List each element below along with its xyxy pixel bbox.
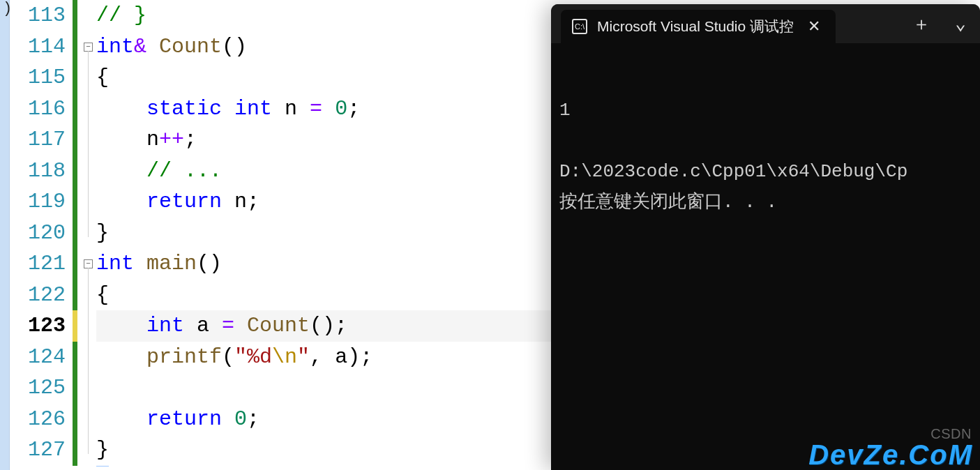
fold-gutter[interactable]: −− (82, 0, 96, 470)
token-pad (96, 345, 146, 369)
output-line: D:\2023code.c\Cpp01\x64\Debug\Cp (559, 161, 907, 182)
token-punc: ; (247, 190, 259, 213)
token-pad (96, 407, 146, 431)
code-line[interactable]: { (96, 280, 551, 311)
token-op: & (134, 35, 159, 59)
token-func: Count (247, 314, 310, 338)
token-comment: // } (96, 3, 146, 27)
line-number: 127 (10, 434, 66, 466)
token-punc: ; (247, 407, 259, 431)
token-pad (96, 190, 146, 213)
token-pad (96, 128, 146, 151)
terminal-output[interactable]: 1 D:\2023code.c\Cpp01\x64\Debug\Cp 按任意键关… (551, 43, 980, 470)
code-line[interactable]: int& Count() (96, 31, 551, 63)
token-pad (222, 190, 234, 213)
line-number: 120 (10, 218, 66, 249)
token-pad (322, 97, 335, 121)
token-pad (234, 314, 247, 338)
code-line[interactable]: // } (96, 0, 551, 31)
change-marker-unsaved (73, 310, 77, 342)
token-kw: int (96, 252, 134, 275)
token-pad (96, 314, 146, 338)
token-ident: n (285, 97, 310, 121)
line-number: 116 (10, 93, 66, 125)
token-ident: n (146, 128, 159, 151)
code-text-area[interactable]: // }int& Count(){ static int n = 0; n++;… (96, 0, 551, 470)
token-pad (96, 97, 146, 121)
line-number: 126 (10, 404, 66, 435)
fold-guide-line (88, 268, 89, 454)
token-punc: ); (347, 345, 372, 369)
token-punc: { (96, 283, 109, 307)
token-punc: (); (310, 314, 347, 338)
token-ident: a (197, 314, 222, 338)
line-number: 123 (10, 310, 66, 342)
line-number-gutter: 1131141151161171181191201211221231241251… (10, 0, 73, 470)
code-line[interactable]: static int n = 0; (96, 93, 551, 125)
line-number: 117 (10, 124, 66, 156)
token-num: 0 (234, 407, 247, 431)
token-kw: int (96, 35, 134, 59)
token-ident: a (335, 345, 347, 369)
token-pad (222, 407, 234, 431)
terminal-tab-bar: C:\ Microsoft Visual Studio 调试控 ✕ ＋ ⌄ (551, 4, 980, 43)
token-kw: static (146, 97, 222, 121)
terminal-tab[interactable]: C:\ Microsoft Visual Studio 调试控 ✕ (561, 10, 836, 43)
code-editor[interactable]: 1131141151161171181191201211221231241251… (10, 0, 551, 470)
token-str: "%d (234, 345, 272, 369)
token-num: 0 (335, 97, 347, 121)
line-number: 121 (10, 248, 66, 280)
line-number: 115 (10, 62, 66, 93)
tab-dropdown-button[interactable]: ⌄ (941, 4, 980, 43)
token-func: printf (146, 345, 222, 369)
token-punc-u: } (96, 434, 109, 467)
token-kw: int (234, 97, 272, 121)
token-esc: \n (272, 345, 297, 369)
token-func: main (146, 252, 197, 275)
token-punc: } (96, 221, 109, 245)
code-line[interactable]: return n; (96, 186, 551, 218)
output-line: 按任意键关闭此窗口. . . (559, 192, 777, 213)
token-ident: n (234, 190, 247, 213)
token-op: ++ (159, 128, 184, 151)
new-tab-button[interactable]: ＋ (902, 4, 941, 43)
token-op: = (310, 97, 322, 121)
token-punc: { (96, 66, 109, 89)
token-punc: () (222, 35, 247, 59)
close-tab-button[interactable]: ✕ (804, 15, 824, 38)
token-punc: ( (222, 345, 234, 369)
token-pad (96, 159, 146, 183)
token-pad (222, 97, 234, 121)
token-func: Count (159, 35, 222, 59)
token-punc: () (197, 252, 222, 275)
code-line[interactable]: { (96, 62, 551, 93)
token-pad (134, 252, 146, 275)
code-line[interactable]: printf("%d\n", a); (96, 342, 551, 373)
token-punc: , (310, 345, 335, 369)
code-line[interactable]: return 0; (96, 404, 551, 435)
token-kw: return (146, 190, 222, 213)
token-comment: // ... (146, 159, 222, 183)
change-marker-saved (73, 0, 77, 466)
line-number: 124 (10, 342, 66, 373)
debug-console-window[interactable]: C:\ Microsoft Visual Studio 调试控 ✕ ＋ ⌄ 1 … (551, 4, 980, 470)
outer-margin: ) (0, 0, 10, 470)
code-line[interactable]: } (96, 218, 551, 249)
code-line[interactable]: int a = Count(); (96, 310, 551, 342)
terminal-icon: C:\ (572, 19, 587, 34)
token-kw: int (146, 314, 184, 338)
code-line[interactable]: } (96, 434, 551, 466)
token-pad (272, 97, 285, 121)
code-line[interactable] (96, 372, 551, 404)
plus-icon: ＋ (912, 12, 930, 36)
token-kw: return (146, 407, 222, 431)
token-str: " (297, 345, 310, 369)
change-marker-strip (73, 0, 82, 470)
code-line[interactable]: n++; (96, 124, 551, 156)
line-number: 122 (10, 280, 66, 311)
line-number: 113 (10, 0, 66, 31)
code-line[interactable]: // ... (96, 156, 551, 187)
code-line[interactable]: int main() (96, 248, 551, 280)
token-op: = (222, 314, 234, 338)
fold-guide-line (88, 51, 89, 237)
